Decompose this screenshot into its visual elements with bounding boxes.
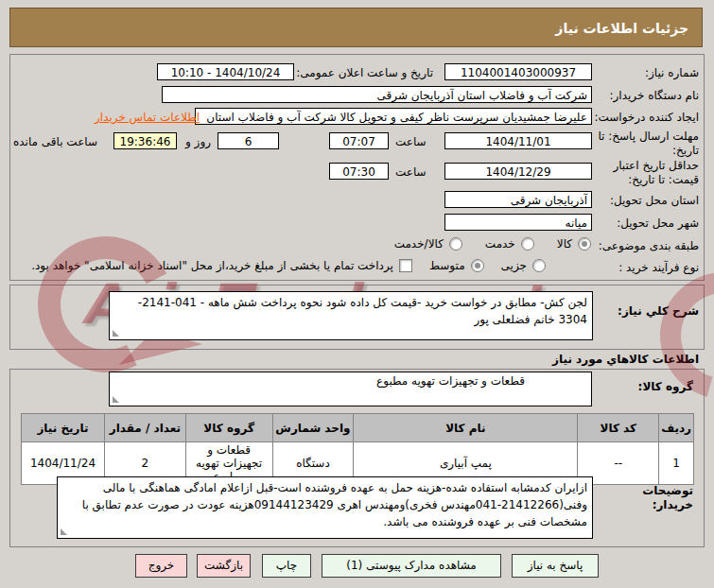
goods-group-label: گروه کالا: [638,380,693,394]
remaining-days-field[interactable]: 6 [218,132,279,149]
price-validity-hour-label: ساعت [395,165,427,180]
goods-service-radio-label: کالا/خدمت [394,237,444,251]
treasury-checkbox-label: پرداخت تمام یا بخشی از مبلغ خرید،از محل … [31,259,393,272]
general-description-label: شرح کلي نیاز: [618,304,699,319]
need-number-label: شماره نیاز: [645,66,699,80]
medium-radio-label: متوسط [429,259,465,272]
reply-deadline-hour-field[interactable]: 07:07 [329,132,389,149]
request-creator-field[interactable]: علیرضا جمشیدیان سرپرست ناظر کیفی و تحویل… [195,108,592,125]
goods-radio-label: کالا [557,237,572,251]
goods-table: ردیف کد کالا نام کالا واحد شمارش گروه کا… [21,413,694,485]
col-need-date: تاریخ نیاز [22,414,105,442]
remaining-hours-label: ساعت باقی مانده [13,135,97,149]
reply-to-need-button[interactable]: پاسخ به نیاز [512,554,599,578]
purchase-process-label: نوع فرآیند خرید : [618,261,699,275]
announce-datetime-label: تاریخ و ساعت اعلان عمومی: [296,66,433,80]
page-title-bar: جزئیات اطلاعات نیاز [9,8,703,47]
remaining-time-field[interactable]: 19:36:46 [113,132,177,149]
medium-radio[interactable] [471,259,484,272]
col-row-number: ردیف [659,414,694,442]
view-attachments-button[interactable]: مشاهده مدارک پیوستی (1) [322,554,501,578]
treasury-payment-option: پرداخت تمام یا بخشی از مبلغ خرید،از محل … [31,259,412,272]
classification-option-goods-service: کالا/خدمت [394,237,462,251]
buyer-notes-label: توضیحات خریدار: [633,484,693,512]
page-title: جزئیات اطلاعات نیاز [555,21,688,36]
price-validity-hour-field[interactable]: 07:30 [329,163,389,180]
col-item-code: کد کالا [578,414,659,442]
buyer-notes-textarea[interactable]: ازایران کدمشابه استفاده شده-هزینه حمل به… [57,476,593,539]
goods-radio[interactable] [578,237,591,251]
print-button[interactable]: چاپ [262,554,311,578]
buyer-contact-link[interactable]: اطلاعات تماس خریدار [95,111,200,124]
col-item-name: نام کالا [354,414,578,442]
delivery-city-label: شهر محل تحویل: [617,216,699,231]
goods-section-title: اطلاعات کالاهاي مورد نیاز [552,353,699,367]
delivery-province-label: استان محل تحویل: [610,194,699,208]
goods-group-field[interactable]: قطعات و تجهیزات تهویه مطبوع [109,372,592,406]
col-quantity: تعداد / مقدار [104,414,185,442]
delivery-city-field[interactable]: میانه [444,214,592,231]
col-unit: واحد شمارش [272,414,354,442]
service-radio-label: خدمت [485,237,515,251]
delivery-province-field[interactable]: آذربایجان شرقی [444,191,592,208]
price-validity-label: حداقل تاریخ اعتبار قیمت: تا تاریخ: [591,159,699,187]
buyer-org-field[interactable]: شرکت آب و فاضلاب استان آذربایجان شرقی [162,86,592,103]
days-and-label: روز و [185,135,211,149]
purchase-process-options: جزیی متوسط پرداخت تمام یا بخشی از مبلغ خ… [31,259,546,272]
buyer-org-label: نام دستگاه خریدار: [610,89,700,103]
subject-classification-label: طبقه بندی موضوعی: [599,239,699,253]
classification-option-goods: کالا [557,237,591,251]
cell-row-number: 1 [659,442,694,485]
need-details-page: جزئیات اطلاعات نیاز شماره نیاز: 11040014… [0,0,714,588]
reply-deadline-hour-label: ساعت [395,135,427,149]
process-option-minor: جزیی [501,259,546,272]
need-number-field[interactable]: 1104001403000937 [444,63,592,80]
back-button[interactable]: بازگشت [197,554,251,578]
goods-service-radio[interactable] [449,237,462,251]
reply-deadline-date-field[interactable]: 1404/11/01 [444,132,592,149]
subject-classification-options: کالا خدمت کالا/خدمت [394,237,591,251]
classification-option-service: خدمت [485,237,534,251]
exit-button[interactable]: خروج [135,554,187,578]
minor-radio[interactable] [532,259,546,272]
goods-table-header-row: ردیف کد کالا نام کالا واحد شمارش گروه کا… [22,414,694,442]
general-description-textarea[interactable]: لجن کش- مطابق در خواست خرید -قیمت کل داد… [109,291,593,340]
announce-datetime-field[interactable]: 1404/10/24 - 10:10 [157,63,294,80]
reply-deadline-label: مهلت ارسال پاسخ: تا تاریخ: [591,130,699,158]
col-item-group: گروه کالا [185,414,272,442]
request-creator-label: ایجاد کننده درخواست: [594,111,699,125]
minor-radio-label: جزیی [501,259,527,272]
process-option-medium: متوسط [429,259,484,272]
treasury-checkbox[interactable] [399,259,412,272]
price-validity-date-field[interactable]: 1404/12/29 [444,163,592,180]
service-radio[interactable] [521,237,534,251]
